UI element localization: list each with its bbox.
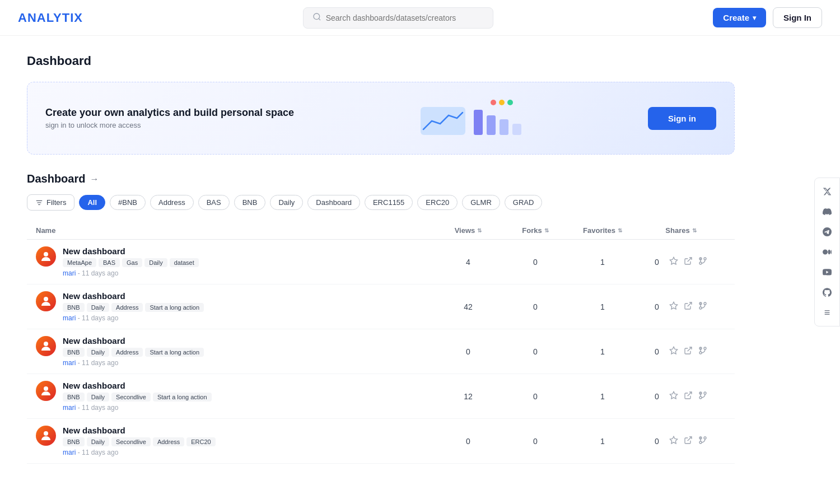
tag-erc20[interactable]: ERC20 xyxy=(417,195,458,210)
row-tag[interactable]: BAS xyxy=(99,258,120,267)
favorite-icon[interactable] xyxy=(669,256,678,268)
col-header-shares[interactable]: Shares ⇅ xyxy=(636,226,726,235)
row-forks: 0 xyxy=(502,258,569,267)
banner-signin-button[interactable]: Sign in xyxy=(648,107,716,130)
tag-bas[interactable]: BAS xyxy=(198,195,230,210)
medium-icon[interactable] xyxy=(818,243,836,261)
search-icon xyxy=(312,12,321,24)
share-icon[interactable] xyxy=(684,256,693,268)
tag-glmr[interactable]: GLMR xyxy=(462,195,500,210)
tag-daily[interactable]: Daily xyxy=(270,195,303,210)
promo-banner: Create your own analytics and build pers… xyxy=(27,82,735,155)
tag-erc1155[interactable]: ERC1155 xyxy=(365,195,413,210)
row-tag[interactable]: MetaApe xyxy=(63,258,96,267)
fork-icon[interactable] xyxy=(698,436,707,447)
discord-icon[interactable] xyxy=(818,203,836,221)
dashboard-title[interactable]: New dashboard xyxy=(63,336,204,346)
filters-row: Filters All #BNB Address BAS BNB Daily D… xyxy=(27,194,735,211)
fork-icon[interactable] xyxy=(698,301,707,312)
row-tag[interactable]: Secondlive xyxy=(111,437,151,446)
row-tag[interactable]: BNB xyxy=(63,348,85,357)
share-icon[interactable] xyxy=(684,436,693,447)
tag-bnb-hash[interactable]: #BNB xyxy=(110,195,146,210)
row-tag[interactable]: Start a long action xyxy=(153,393,212,402)
youtube-icon[interactable] xyxy=(818,263,836,281)
dashboard-title[interactable]: New dashboard xyxy=(63,246,199,256)
author-link[interactable]: mari xyxy=(63,449,76,456)
search-bar xyxy=(303,7,493,29)
fork-icon[interactable] xyxy=(698,346,707,357)
favorite-icon[interactable] xyxy=(669,301,678,312)
row-tag[interactable]: Secondlive xyxy=(111,393,151,402)
row-tag[interactable]: Daily xyxy=(87,348,109,357)
tag-grad[interactable]: GRAD xyxy=(505,195,543,210)
share-icon[interactable] xyxy=(684,391,693,402)
svg-point-3 xyxy=(507,100,513,105)
row-tag[interactable]: Daily xyxy=(87,437,109,446)
svg-point-30 xyxy=(704,392,706,394)
gitbook-icon[interactable]: ≡ xyxy=(818,304,836,321)
dashboard-title[interactable]: New dashboard xyxy=(63,291,204,301)
row-tag[interactable]: Daily xyxy=(87,303,109,312)
row-tag[interactable]: Address xyxy=(111,348,143,357)
svg-point-25 xyxy=(699,352,702,354)
col-header-views[interactable]: Views ⇅ xyxy=(435,226,502,235)
table-row: New dashboard BNBDailySecondliveStart a … xyxy=(27,374,735,419)
svg-point-13 xyxy=(699,262,702,264)
main-content: Dashboard Create your own analytics and … xyxy=(0,36,762,482)
favorite-icon[interactable] xyxy=(669,436,678,447)
row-tag[interactable]: ERC20 xyxy=(186,437,215,446)
svg-line-10 xyxy=(688,258,692,262)
signin-button[interactable]: Sign In xyxy=(773,7,822,28)
search-input[interactable] xyxy=(326,13,484,22)
tag-bnb[interactable]: BNB xyxy=(234,195,266,210)
tag-dashboard[interactable]: Dashboard xyxy=(307,195,360,210)
row-tag[interactable]: Daily xyxy=(87,393,109,402)
row-tag[interactable]: BNB xyxy=(63,303,85,312)
col-header-forks[interactable]: Forks ⇅ xyxy=(502,226,569,235)
share-icon[interactable] xyxy=(684,301,693,312)
svg-point-2 xyxy=(499,100,505,105)
row-tag[interactable]: dataset xyxy=(170,258,199,267)
tag-address[interactable]: Address xyxy=(150,195,194,210)
telegram-icon[interactable] xyxy=(818,223,836,241)
section-title: Dashboard xyxy=(27,172,85,185)
dashboard-title[interactable]: New dashboard xyxy=(63,426,216,435)
x-icon[interactable] xyxy=(818,183,836,200)
row-tag[interactable]: Start a long action xyxy=(145,348,204,357)
github-icon[interactable] xyxy=(818,283,836,301)
row-tag[interactable]: Daily xyxy=(144,258,167,267)
dashboard-title[interactable]: New dashboard xyxy=(63,381,212,390)
author-link[interactable]: mari xyxy=(63,359,76,367)
tag-all[interactable]: All xyxy=(79,195,105,210)
author-link[interactable]: mari xyxy=(63,314,76,322)
avatar xyxy=(36,246,56,267)
row-name-col: New dashboard BNBDailySecondliveAddressE… xyxy=(36,426,435,456)
fork-icon[interactable] xyxy=(698,256,707,268)
page-title: Dashboard xyxy=(27,54,735,68)
svg-point-9 xyxy=(44,252,48,256)
row-shares-actions: 0 xyxy=(636,391,726,402)
fork-icon[interactable] xyxy=(698,391,707,402)
table-row: New dashboard BNBDailyAddressStart a lon… xyxy=(27,284,735,329)
row-tag[interactable]: Start a long action xyxy=(145,303,204,312)
row-meta: mari - 11 days ago xyxy=(63,359,204,367)
row-tag[interactable]: BNB xyxy=(63,437,85,446)
favorite-icon[interactable] xyxy=(669,391,678,402)
col-header-favorites[interactable]: Favorites ⇅ xyxy=(569,226,636,235)
svg-rect-5 xyxy=(474,110,483,135)
row-tag[interactable]: Gas xyxy=(122,258,142,267)
favorite-icon[interactable] xyxy=(669,346,678,357)
author-link[interactable]: mari xyxy=(63,269,76,277)
filter-button[interactable]: Filters xyxy=(27,194,74,211)
create-button[interactable]: Create ▾ xyxy=(713,8,766,27)
avatar xyxy=(36,336,56,356)
share-icon[interactable] xyxy=(684,346,693,357)
row-tag[interactable]: Address xyxy=(111,303,143,312)
svg-rect-8 xyxy=(512,124,521,135)
svg-point-1 xyxy=(491,100,496,105)
table-row: New dashboard BNBDailySecondliveAddressE… xyxy=(27,419,735,464)
row-tag[interactable]: BNB xyxy=(63,393,85,402)
row-tag[interactable]: Address xyxy=(153,437,184,446)
author-link[interactable]: mari xyxy=(63,404,76,412)
